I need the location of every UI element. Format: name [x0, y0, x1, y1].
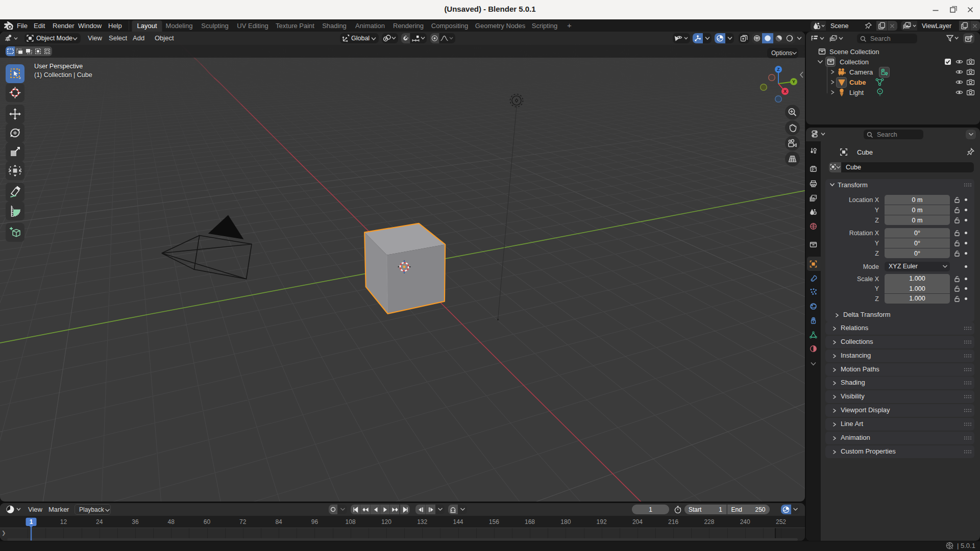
- svg-text:Z: Z: [777, 67, 780, 72]
- svg-text:X: X: [783, 89, 787, 94]
- svg-text:Y: Y: [792, 79, 795, 84]
- svg-text:1: 1: [30, 518, 33, 525]
